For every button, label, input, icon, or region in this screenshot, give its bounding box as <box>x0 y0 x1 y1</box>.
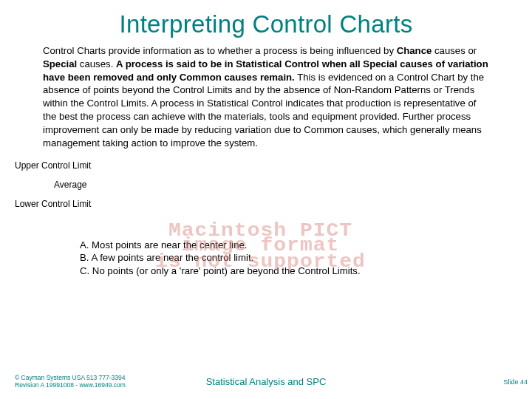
bullet-c: C. No points (or only a 'rare' point) ar… <box>80 265 532 278</box>
average-label: Average <box>15 180 532 199</box>
word-special: Special <box>43 58 77 69</box>
slide-title: Interpreting Control Charts <box>0 0 532 44</box>
bullet-list: A. Most points are near the center line.… <box>0 218 532 278</box>
footer-center: Statistical Analysis and SPC <box>0 376 532 387</box>
control-limit-labels: Upper Control Limit Average Lower Contro… <box>0 156 532 218</box>
bullet-a: A. Most points are near the center line. <box>80 239 532 252</box>
bullet-b: B. A few points are near the control lim… <box>80 251 532 265</box>
footer: © Cayman Systems USA 513 777-3394 Revisi… <box>0 369 532 390</box>
upper-control-limit-label: Upper Control Limit <box>15 160 532 180</box>
para-1a: Control Charts provide information as to… <box>43 45 397 56</box>
para-1b: causes or <box>432 45 477 56</box>
word-chance: Chance <box>397 45 432 56</box>
footer-slide-number: Slide 44 <box>503 378 528 386</box>
para-2: This is evidenced on a Control Chart by … <box>43 72 484 149</box>
body-paragraph: Control Charts provide information as to… <box>0 44 532 156</box>
para-1c: causes. <box>77 58 116 69</box>
lower-control-limit-label: Lower Control Limit <box>15 199 532 218</box>
